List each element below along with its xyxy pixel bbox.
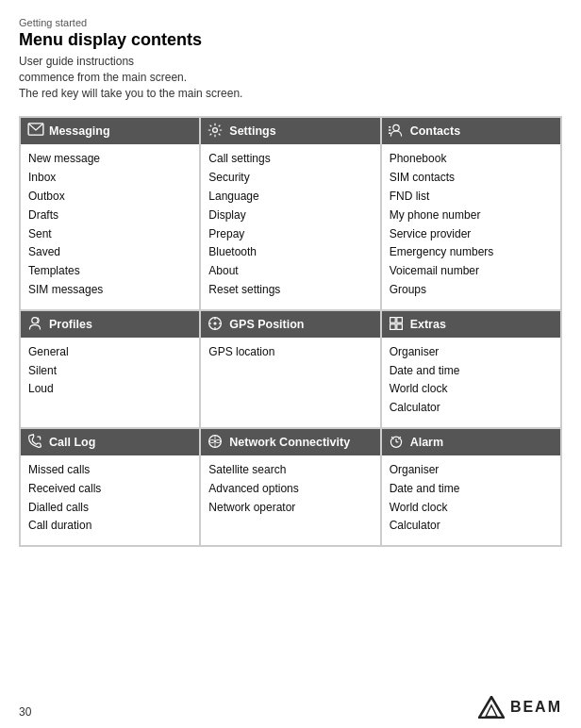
logo-area: BEAM: [478, 696, 562, 719]
list-item: Received calls: [28, 480, 191, 499]
contacts-icon: [389, 123, 406, 140]
cell-gps: GPS PositionGPS location: [200, 310, 380, 428]
page-title: Menu display contents: [19, 30, 562, 50]
list-item: Templates: [28, 262, 191, 281]
list-item: Display: [208, 207, 372, 225]
cell-header-label-extras: Extras: [410, 318, 446, 331]
cell-extras: ExtrasOrganiserDate and timeWorld clockC…: [381, 310, 561, 428]
list-item: My phone number: [390, 207, 553, 225]
cell-header-label-alarm: Alarm: [410, 436, 443, 449]
list-item: Language: [208, 188, 372, 207]
cell-header-label-calllog: Call Log: [49, 436, 95, 449]
list-item: Silent: [28, 362, 191, 381]
svg-point-6: [32, 317, 38, 323]
cell-body-messaging: New messageInboxOutboxDraftsSentSavedTem…: [21, 144, 199, 308]
calllog-icon: [27, 434, 44, 451]
list-item: Security: [208, 169, 372, 188]
list-item: Organiser: [390, 343, 553, 362]
list-item: Loud: [28, 380, 191, 399]
cell-profiles: ProfilesGeneralSilentLoud: [20, 310, 200, 428]
cell-body-gps: GPS location: [201, 338, 379, 372]
list-item: Voicemail number: [390, 262, 553, 281]
svg-rect-16: [396, 324, 402, 330]
list-item: Advanced options: [208, 480, 372, 499]
menu-grid: MessagingNew messageInboxOutboxDraftsSen…: [19, 116, 562, 547]
list-item: Saved: [28, 243, 191, 262]
cell-header-settings: Settings: [201, 118, 379, 144]
cell-contacts: ContactsPhonebookSIM contactsFND listMy …: [381, 117, 561, 309]
alarm-icon: [389, 434, 406, 451]
svg-point-2: [392, 125, 398, 131]
cell-header-label-network: Network Connectivity: [229, 436, 350, 449]
cell-body-contacts: PhonebookSIM contactsFND listMy phone nu…: [382, 144, 560, 308]
list-item: Organiser: [390, 461, 553, 480]
subtitle-line3: The red key will take you to the main sc…: [19, 87, 242, 100]
list-item: Drafts: [28, 207, 191, 225]
list-item: Network operator: [208, 499, 372, 518]
list-item: New message: [28, 150, 191, 169]
list-item: World clock: [390, 380, 553, 399]
list-item: Groups: [390, 281, 553, 300]
list-item: SIM contacts: [390, 169, 553, 188]
list-item: Date and time: [390, 362, 553, 381]
list-item: Service provider: [390, 225, 553, 244]
cell-body-settings: Call settingsSecurityLanguageDisplayPrep…: [201, 144, 379, 308]
svg-rect-14: [396, 317, 402, 323]
list-item: Outbox: [28, 188, 191, 207]
cell-header-calllog: Call Log: [21, 429, 199, 455]
cell-header-network: Network Connectivity: [201, 429, 379, 455]
svg-rect-15: [390, 324, 395, 330]
list-item: Satellite search: [208, 461, 372, 480]
subtitle: User guide instructions commence from th…: [19, 54, 562, 101]
list-item: Call duration: [28, 517, 191, 536]
list-item: Sent: [28, 225, 191, 244]
list-item: About: [208, 262, 372, 281]
cell-header-label-gps: GPS Position: [229, 318, 304, 331]
cell-header-profiles: Profiles: [21, 311, 199, 338]
cell-calllog: Call LogMissed callsReceived callsDialle…: [20, 428, 200, 546]
list-item: GPS location: [208, 343, 372, 362]
profiles-icon: [27, 316, 44, 333]
list-item: Missed calls: [28, 461, 191, 480]
svg-point-1: [213, 128, 218, 133]
list-item: Prepay: [208, 225, 372, 244]
cell-settings: SettingsCall settingsSecurityLanguageDis…: [200, 117, 380, 309]
cell-header-label-contacts: Contacts: [410, 124, 460, 138]
page-number: 30: [19, 705, 31, 719]
svg-rect-3: [389, 126, 390, 128]
list-item: Phonebook: [390, 150, 553, 169]
network-icon: [208, 434, 224, 451]
list-item: Call settings: [208, 150, 372, 169]
subtitle-line1: User guide instructions: [19, 55, 134, 68]
cell-body-network: Satellite searchAdvanced optionsNetwork …: [201, 455, 379, 526]
settings-icon: [208, 123, 224, 140]
envelope-icon: [27, 123, 44, 140]
cell-body-alarm: OrganiserDate and timeWorld clockCalcula…: [382, 455, 560, 545]
list-item: Calculator: [390, 517, 553, 536]
cell-messaging: MessagingNew messageInboxOutboxDraftsSen…: [20, 117, 200, 309]
subtitle-line2: commence from the main screen.: [19, 71, 187, 84]
list-item: Reset settings: [208, 281, 372, 300]
cell-header-extras: Extras: [382, 311, 560, 338]
svg-point-8: [214, 322, 217, 324]
list-item: Bluetooth: [208, 243, 372, 262]
page-wrapper: Getting started Menu display contents Us…: [0, 0, 581, 566]
list-item: Inbox: [28, 169, 191, 188]
cell-header-messaging: Messaging: [21, 118, 199, 144]
cell-body-extras: OrganiserDate and timeWorld clockCalcula…: [382, 338, 560, 427]
footer: 30 BEAM: [0, 696, 581, 719]
cell-header-contacts: Contacts: [382, 118, 560, 144]
cell-header-alarm: Alarm: [382, 429, 560, 455]
section-label: Getting started: [19, 17, 562, 28]
cell-header-label-settings: Settings: [229, 124, 275, 138]
list-item: General: [28, 343, 191, 362]
cell-header-label-profiles: Profiles: [49, 318, 92, 331]
cell-network: Network ConnectivitySatellite searchAdva…: [200, 428, 380, 546]
svg-marker-25: [486, 705, 497, 717]
cell-header-label-messaging: Messaging: [49, 124, 110, 138]
gps-icon: [208, 316, 224, 333]
cell-alarm: AlarmOrganiserDate and timeWorld clockCa…: [381, 428, 561, 546]
list-item: Calculator: [390, 399, 553, 418]
svg-rect-4: [389, 130, 390, 132]
list-item: SIM messages: [28, 281, 191, 300]
